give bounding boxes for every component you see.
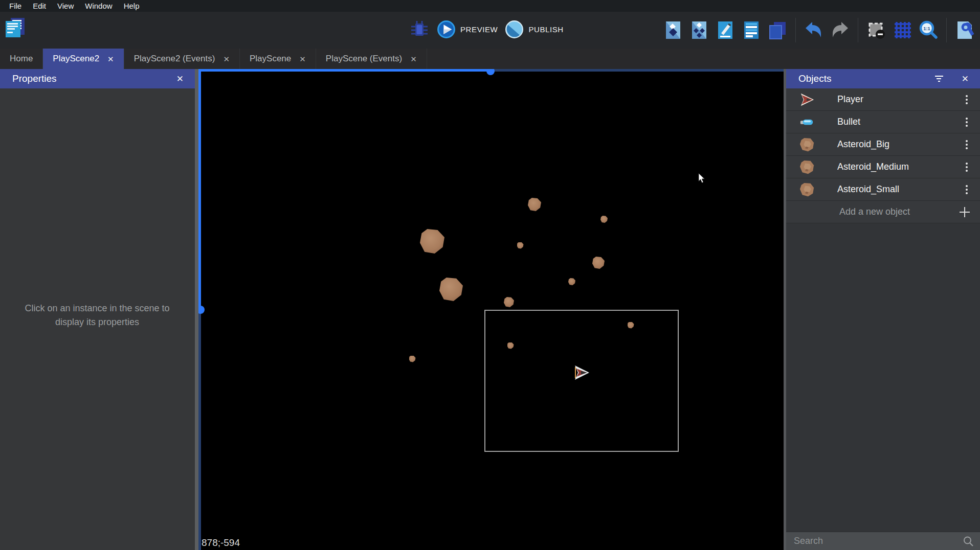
scene-editor-canvas[interactable]: 878;-594 [198, 69, 784, 550]
object-groups-editor-icon[interactable] [689, 20, 709, 40]
objects-panel-title: Objects [798, 73, 933, 84]
tab-playscene[interactable]: PlayScene✕ [240, 49, 316, 69]
layers-editor-icon[interactable] [767, 20, 788, 40]
toolbar-separator [858, 18, 858, 42]
preview-button[interactable]: PREVIEW [437, 20, 498, 39]
asteroid-medium-instance[interactable] [592, 257, 605, 269]
project-manager-button[interactable] [4, 17, 27, 40]
tab-label: PlayScene2 [53, 54, 99, 64]
asteroid-small-instance[interactable] [409, 356, 416, 362]
object-name: Asteroid_Big [837, 139, 964, 150]
content-area: Properties ✕ Click on an instance in the… [0, 69, 980, 550]
object-menu-icon[interactable] [964, 161, 970, 174]
objects-search-bar [786, 532, 980, 550]
panel-resize-handle[interactable] [195, 69, 198, 550]
properties-panel: Properties ✕ Click on an instance in the… [0, 69, 195, 550]
menu-item-view[interactable]: View [52, 0, 79, 12]
tab-playscene2[interactable]: PlayScene2✕ [43, 49, 124, 69]
vertical-scrollbar-thumb[interactable] [198, 306, 205, 314]
menu-bar: FileEditViewWindowHelp [0, 0, 980, 12]
instances-list-icon[interactable] [741, 20, 762, 40]
toolbar: PREVIEW PUBLISH [0, 12, 980, 49]
svg-text:1:1: 1:1 [923, 26, 930, 31]
tab-close-icon[interactable]: ✕ [107, 55, 114, 63]
scene-properties-icon[interactable] [715, 20, 736, 40]
undo-icon[interactable] [804, 20, 824, 40]
object-menu-icon[interactable] [964, 138, 970, 151]
search-input[interactable] [786, 536, 963, 546]
menu-item-file[interactable]: File [4, 0, 27, 12]
tab-close-icon[interactable]: ✕ [410, 55, 417, 63]
add-object-label: Add a new object [839, 207, 959, 217]
zoom-1-1-icon[interactable]: 1:1 [918, 20, 939, 40]
toolbar-separator [795, 18, 796, 42]
object-row-asteroid_small[interactable]: Asteroid_Small [786, 178, 980, 201]
object-menu-icon[interactable] [964, 116, 970, 129]
preview-play-icon [437, 20, 456, 39]
object-name: Asteroid_Small [837, 184, 964, 195]
menu-item-window[interactable]: Window [79, 0, 118, 12]
object-row-asteroid_big[interactable]: Asteroid_Big [786, 133, 980, 156]
tab-bar: HomePlayScene2✕PlayScene2 (Events)✕PlayS… [0, 49, 980, 69]
tab-label: PlayScene (Events) [326, 54, 402, 64]
object-name: Bullet [837, 117, 964, 127]
filter-icon[interactable] [933, 74, 945, 84]
tab-home[interactable]: Home [0, 49, 43, 69]
tab-close-icon[interactable]: ✕ [223, 55, 230, 63]
properties-panel-header: Properties ✕ [0, 69, 195, 88]
objects-panel-header: Objects ✕ [786, 69, 980, 88]
menu-item-help[interactable]: Help [118, 0, 145, 12]
publish-globe-icon [505, 20, 524, 39]
player-ship-icon [799, 92, 815, 107]
tab-label: PlayScene [250, 54, 291, 64]
asteroid-medium-instance[interactable] [528, 198, 541, 211]
deselect-instances-icon[interactable] [866, 20, 886, 40]
tab-playscene2-events[interactable]: PlayScene2 (Events)✕ [124, 49, 240, 69]
object-row-player[interactable]: Player [786, 88, 980, 111]
object-name: Asteroid_Medium [837, 162, 964, 172]
player-ship-instance[interactable] [572, 364, 590, 383]
toggle-grid-icon[interactable] [892, 20, 912, 40]
asteroid-medium-instance[interactable] [504, 297, 514, 307]
objects-editor-icon[interactable] [663, 20, 683, 40]
cursor-coordinates-label: 878;-594 [202, 537, 240, 548]
gdevelop-window: FileEditViewWindowHelp [0, 0, 980, 550]
search-icon [963, 536, 974, 547]
toolbar-separator [946, 18, 947, 42]
debug-icon[interactable] [409, 19, 430, 39]
preview-label: PREVIEW [460, 25, 498, 34]
asteroid-icon [799, 182, 815, 197]
project-manager-icon [4, 17, 27, 38]
menu-item-edit[interactable]: Edit [27, 0, 52, 12]
publish-label: PUBLISH [528, 25, 563, 34]
asteroid-icon [799, 159, 815, 175]
project-settings-icon[interactable] [954, 20, 975, 40]
toolbar-right: 1:1 [663, 18, 975, 42]
redo-icon[interactable] [830, 20, 850, 40]
add-object-button[interactable]: Add a new object [786, 201, 980, 223]
publish-button[interactable]: PUBLISH [505, 20, 563, 39]
horizontal-scrollbar-thumb[interactable] [486, 69, 495, 75]
asteroid-small-instance[interactable] [517, 242, 524, 249]
asteroid-small-instance[interactable] [568, 278, 575, 285]
objects-list: PlayerBulletAsteroid_BigAsteroid_MediumA… [786, 88, 980, 201]
close-icon[interactable]: ✕ [959, 73, 972, 85]
tab-playscene-events[interactable]: PlayScene (Events)✕ [316, 49, 427, 69]
asteroid-big-instance[interactable] [420, 229, 444, 254]
object-menu-icon[interactable] [964, 93, 970, 106]
plus-icon [959, 206, 971, 218]
tab-close-icon[interactable]: ✕ [299, 55, 306, 63]
mouse-cursor [698, 173, 705, 186]
tab-label: PlayScene2 (Events) [134, 54, 215, 64]
properties-empty-message: Click on an instance in the scene to dis… [20, 302, 174, 329]
toolbar-center: PREVIEW PUBLISH [409, 19, 564, 39]
asteroid-small-instance[interactable] [600, 216, 608, 223]
asteroid-big-instance[interactable] [439, 278, 463, 301]
object-menu-icon[interactable] [964, 183, 970, 196]
close-icon[interactable]: ✕ [173, 73, 187, 85]
objects-panel: Objects ✕ PlayerBulletAsteroid_BigAstero… [786, 69, 980, 550]
object-row-bullet[interactable]: Bullet [786, 111, 980, 133]
properties-panel-title: Properties [12, 73, 173, 84]
object-row-asteroid_medium[interactable]: Asteroid_Medium [786, 156, 980, 178]
object-name: Player [837, 94, 964, 105]
